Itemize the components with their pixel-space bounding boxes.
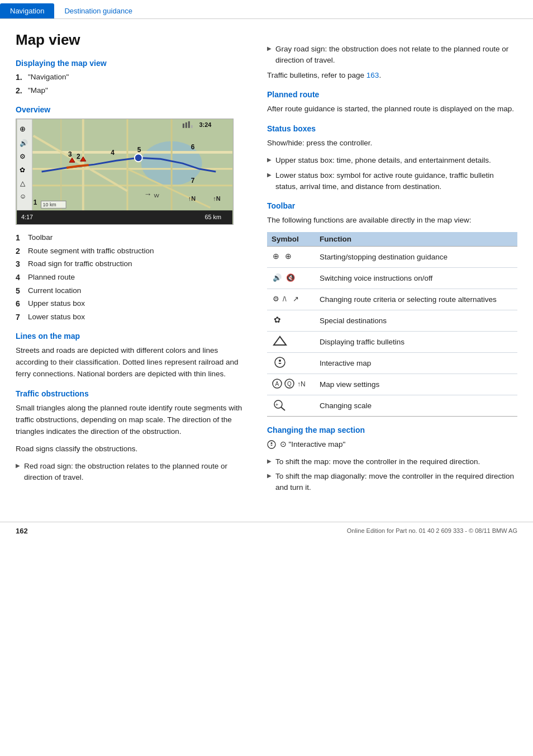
svg-text:3:24: 3:24 xyxy=(199,121,212,128)
item-text: Route segment with traffic obstruction xyxy=(28,246,154,257)
map-overview: 1 2 3 4 5 6 7 → W ↑N 10 km ↑N 3:24 xyxy=(16,119,234,225)
function-cell: Map view settings xyxy=(315,374,517,395)
nav-tab-navigation[interactable]: Navigation xyxy=(0,3,54,18)
symbol-cell: ✿ xyxy=(267,310,315,331)
bullet-triangle-icon: ▶ xyxy=(16,461,20,470)
map-section-intro: ⊙ "Interactive map" xyxy=(267,439,517,451)
item-num: 6 xyxy=(16,299,28,310)
function-cell: Changing route criteria or selecting rou… xyxy=(315,289,517,310)
toolbar-table: Symbol Function ⊕⊕ Starting/stopping des… xyxy=(267,232,517,417)
bullet-diagonal-text: To shift the map diagonally: move the co… xyxy=(275,471,517,494)
map-section-intro-text: ⊙ "Interactive map" xyxy=(280,440,346,448)
table-row: + Changing scale xyxy=(267,395,517,416)
table-row: ⊕⊕ Starting/stopping destination guidanc… xyxy=(267,246,517,267)
interactive-map-icon xyxy=(267,440,276,449)
item-num: 2 xyxy=(16,246,28,257)
bullet-gray-sign-text: Gray road sign: the obstruction does not… xyxy=(275,44,517,67)
left-column: Map view Displaying the map view 1. "Nav… xyxy=(0,19,257,511)
bullet-upper-status: ▶ Upper status box: time, phone details,… xyxy=(267,155,517,166)
svg-text:Q: Q xyxy=(287,381,292,387)
table-row: ⚙ /\ ↗ Changing route criteria or select… xyxy=(267,289,517,310)
bullet-triangle-icon: ▶ xyxy=(267,171,272,179)
section-heading-toolbar: Toolbar xyxy=(267,201,517,210)
planned-body: After route guidance is started, the pla… xyxy=(267,103,517,115)
list-item: 4 Planned route xyxy=(16,272,244,284)
svg-rect-28 xyxy=(183,124,184,128)
list-item: 5 Current location xyxy=(16,286,244,297)
svg-text:2: 2 xyxy=(77,153,80,160)
svg-text:10 km: 10 km xyxy=(43,202,56,208)
svg-text:65 km: 65 km xyxy=(204,214,221,220)
bullet-triangle-icon: ▶ xyxy=(267,471,272,480)
svg-text:✿: ✿ xyxy=(274,315,281,324)
svg-text:6: 6 xyxy=(191,144,195,152)
svg-point-61 xyxy=(268,441,275,448)
svg-text:4: 4 xyxy=(111,149,115,157)
svg-text:/\: /\ xyxy=(283,295,287,303)
function-cell: Special destinations xyxy=(315,310,517,331)
item-num: 7 xyxy=(16,312,28,323)
bullet-red-sign-text: Red road sign: the obstruction relates t… xyxy=(24,461,244,484)
table-col-symbol: Symbol xyxy=(267,232,315,247)
toolbar-body: The following functions are available di… xyxy=(267,215,517,226)
item-text: Current location xyxy=(28,286,81,297)
lines-body: Streets and roads are depicted with diff… xyxy=(16,345,244,380)
step-num: 2. xyxy=(16,86,28,97)
section-heading-map-section: Changing the map section xyxy=(267,426,517,434)
item-text: Lower status box xyxy=(28,312,85,323)
bullet-shift-text: To shift the map: move the controller in… xyxy=(275,456,480,467)
svg-text:⊕: ⊕ xyxy=(273,252,279,261)
svg-point-52 xyxy=(279,360,281,362)
symbol-cell: ⊕⊕ xyxy=(267,246,315,267)
section-heading-displaying: Displaying the map view xyxy=(16,59,244,68)
svg-text:🔊: 🔊 xyxy=(273,273,282,282)
svg-text:🔇: 🔇 xyxy=(286,273,296,282)
bullet-gray-sign: ▶ Gray road sign: the obstruction does n… xyxy=(267,44,517,67)
function-cell: Interactive map xyxy=(315,352,517,374)
right-column: ▶ Gray road sign: the obstruction does n… xyxy=(257,19,533,511)
page-title: Map view xyxy=(16,31,244,49)
svg-text:↑N: ↑N xyxy=(297,380,306,388)
item-text: Toolbar xyxy=(28,233,53,244)
list-item: 7 Lower status box xyxy=(16,312,244,323)
symbol-cell: A Q ↑N xyxy=(267,374,315,395)
svg-text:W: W xyxy=(154,193,159,199)
svg-text:⚙: ⚙ xyxy=(273,295,279,303)
item-num: 5 xyxy=(16,286,28,297)
table-col-function: Function xyxy=(315,232,517,247)
item-num: 1 xyxy=(16,233,28,244)
svg-point-13 xyxy=(135,154,142,162)
svg-text:↑N: ↑N xyxy=(188,196,196,202)
bullet-shift-map: ▶ To shift the map: move the controller … xyxy=(267,456,517,467)
footer: 162 Online Edition for Part no. 01 40 2 … xyxy=(0,522,533,540)
symbol-cell: + xyxy=(267,395,315,416)
table-row: Interactive map xyxy=(267,352,517,374)
content-wrapper: Map view Displaying the map view 1. "Nav… xyxy=(0,19,533,511)
traffic-ref-link[interactable]: 163 xyxy=(367,71,379,79)
function-cell: Switching voice instructions on/off xyxy=(315,267,517,289)
bullet-red-sign: ▶ Red road sign: the obstruction relates… xyxy=(16,461,244,484)
svg-line-59 xyxy=(281,407,285,410)
svg-text:⊕: ⊕ xyxy=(285,252,292,261)
item-text: Upper status box xyxy=(28,299,85,310)
section-heading-lines: Lines on the map xyxy=(16,332,244,341)
bullet-lower-status: ▶ Lower status box: symbol for active ro… xyxy=(267,170,517,193)
list-item: 1 Toolbar xyxy=(16,233,244,244)
svg-rect-39 xyxy=(17,210,232,224)
section-heading-planned: Planned route xyxy=(267,90,517,99)
symbol-cell xyxy=(267,352,315,374)
status-body: Show/hide: press the controller. xyxy=(267,138,517,149)
item-num: 3 xyxy=(16,259,28,270)
symbol-cell: 🔊 🔇 xyxy=(267,267,315,289)
svg-text:🔊: 🔊 xyxy=(20,140,28,148)
svg-rect-29 xyxy=(185,122,187,128)
svg-rect-31 xyxy=(191,125,193,128)
nav-tab-destination[interactable]: Destination guidance xyxy=(54,3,142,18)
displaying-steps: 1. "Navigation" 2. "Map" xyxy=(16,72,244,96)
svg-text:→: → xyxy=(144,190,152,199)
bullet-upper-status-text: Upper status box: time, phone details, a… xyxy=(275,155,491,166)
bullet-lower-status-text: Lower status box: symbol for active rout… xyxy=(275,170,517,193)
function-cell: Changing scale xyxy=(315,395,517,416)
traffic-body1: Small triangles along the planned route … xyxy=(16,403,244,438)
traffic-ref-text: Traffic bulletins, refer to page 163. xyxy=(267,70,517,82)
